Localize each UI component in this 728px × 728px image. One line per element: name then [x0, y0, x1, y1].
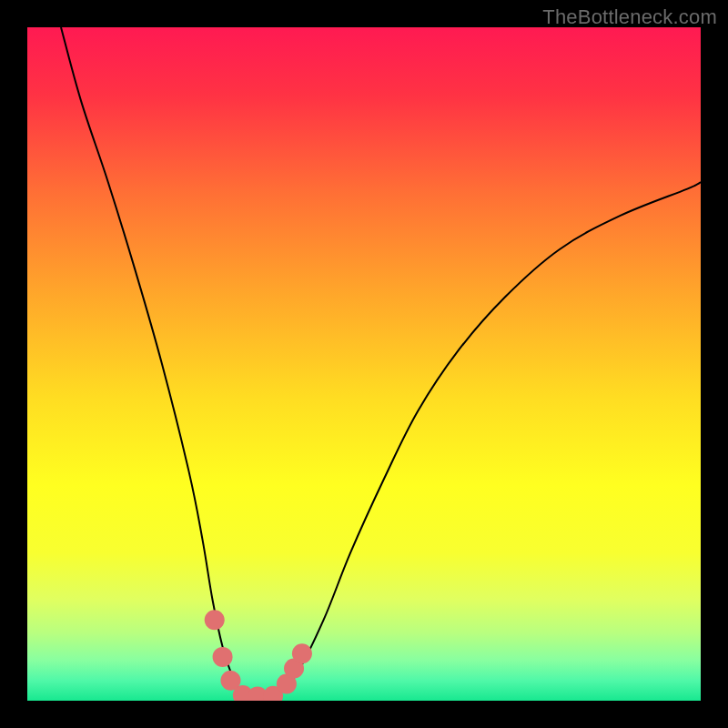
marker-point: [205, 610, 225, 630]
marker-point: [292, 643, 312, 663]
watermark-text: TheBottleneck.com: [542, 5, 717, 29]
plot-area: [27, 27, 701, 701]
bottleneck-curve: [61, 27, 701, 698]
chart-curve-layer: [27, 27, 701, 701]
chart-frame: TheBottleneck.com: [0, 0, 728, 728]
marker-point: [213, 647, 233, 667]
near-optimal-markers: [205, 610, 312, 701]
